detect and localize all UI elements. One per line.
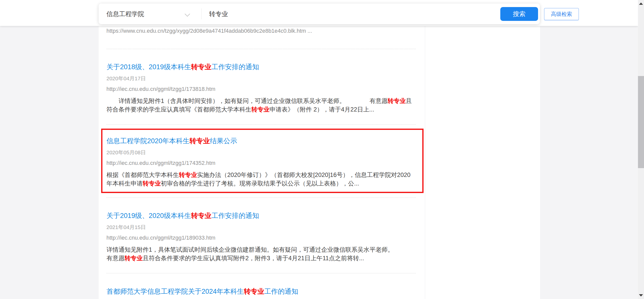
- keyword-highlight: 转专业: [179, 171, 197, 178]
- keyword-highlight: 转专业: [190, 137, 210, 145]
- keyword-highlight: 转专业: [388, 97, 406, 104]
- chevron-down-icon: [185, 11, 190, 17]
- result-item: 关于2019级、2020级本科生转专业工作安排的通知2021年04月15日htt…: [106, 198, 416, 273]
- result-item: 信息工程学院2020年本科生转专业结果公示2020年05月08日http://i…: [106, 125, 416, 198]
- keyword-highlight: 转专业: [143, 180, 161, 187]
- result-snippet: 详情通知见附件1（含具体时间安排），如有疑问，可通过企业微信联系吴水平老师。 有…: [106, 97, 416, 114]
- search-box: 信息工程学院 搜索: [99, 4, 540, 24]
- keyword-highlight: 转专业: [251, 106, 270, 113]
- result-item: 关于2018级、2019级本科生转专业工作安排的通知2020年04月17日htt…: [106, 49, 416, 125]
- scrollbar-thumb[interactable]: [638, 76, 644, 168]
- result-url: https://www.cnu.edu.cn/tzgg/xygg/2d08e9a…: [106, 27, 416, 34]
- scrollbar[interactable]: [638, 0, 644, 299]
- keyword-highlight: 转专业: [191, 63, 211, 71]
- results-list: https://www.cnu.edu.cn/tzgg/xygg/2d08e9a…: [99, 26, 425, 299]
- keyword-highlight: 转专业: [191, 212, 211, 219]
- advanced-search-button[interactable]: 高级检索: [544, 8, 579, 20]
- search-header: 信息工程学院 搜索 高级检索: [0, 0, 638, 26]
- result-date: 2020年05月08日: [106, 149, 415, 156]
- keyword-highlight: 转专业: [244, 288, 264, 295]
- result-snippet: 详情通知见附件1，具体笔试面试时间后续企业微信建群通知。如有疑问，可通过企业微信…: [106, 245, 416, 263]
- category-select-value: 信息工程学院: [106, 10, 144, 18]
- result-snippet: 根据《首都师范大学本科生转专业实施办法（2020年修订）》（首都师大校发[202…: [106, 171, 415, 188]
- result-url: http://iec.cnu.edu.cn/ggml/tzgg1/189033.…: [106, 234, 416, 241]
- result-url: http://iec.cnu.edu.cn/ggml/tzgg1/173818.…: [106, 86, 416, 93]
- result-url: http://iec.cnu.edu.cn/ggml/tzgg1/174352.…: [106, 160, 415, 167]
- scroll-up-icon[interactable]: [639, 3, 643, 5]
- page: 信息工程学院 搜索 高级检索 https://www.cnu.edu.cn/tz…: [0, 0, 644, 299]
- category-select[interactable]: 信息工程学院: [99, 4, 201, 24]
- search-input[interactable]: [202, 4, 500, 24]
- scroll-down-icon[interactable]: [639, 294, 643, 296]
- result-title-link[interactable]: 首都师范大学信息工程学院关于2024年本科生转专业工作的通知: [106, 287, 298, 296]
- result-title-link[interactable]: 关于2018级、2019级本科生转专业工作安排的通知: [106, 62, 259, 71]
- result-title-link[interactable]: 关于2019级、2020级本科生转专业工作安排的通知: [106, 211, 259, 220]
- result-date: 2020年04月17日: [106, 75, 416, 82]
- result-item: 首都师范大学信息工程学院关于2024年本科生转专业工作的通知2024年04月09…: [106, 273, 416, 299]
- search-button[interactable]: 搜索: [500, 7, 538, 21]
- keyword-highlight: 转专业: [125, 255, 143, 261]
- result-item: https://www.cnu.edu.cn/tzgg/xygg/2d08e9a…: [106, 26, 416, 49]
- highlighted-result-box: 信息工程学院2020年本科生转专业结果公示2020年05月08日http://i…: [101, 129, 424, 193]
- right-sidebar-panel: [425, 26, 540, 299]
- result-date: 2021年04月15日: [106, 224, 416, 231]
- result-title-link[interactable]: 信息工程学院2020年本科生转专业结果公示: [106, 136, 237, 145]
